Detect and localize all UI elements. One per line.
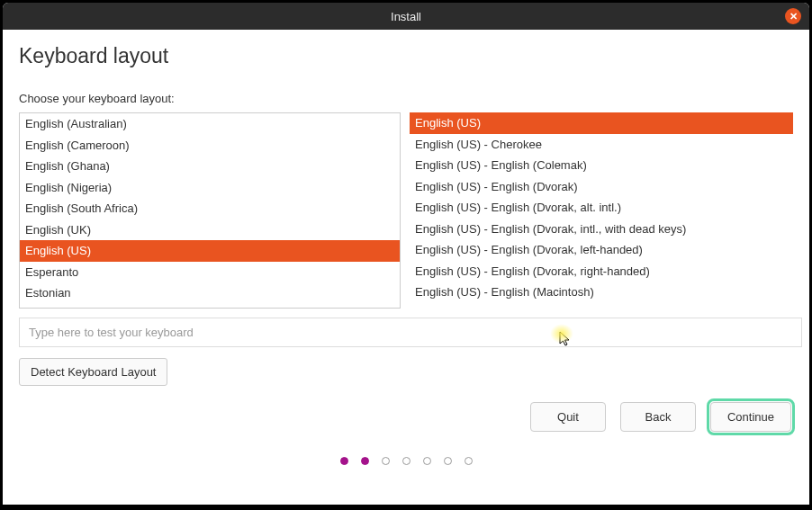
progress-dot bbox=[402, 457, 411, 465]
footer-buttons: Quit Back Continue bbox=[19, 402, 793, 432]
variant-item[interactable]: English (US) - English (Norman) bbox=[410, 303, 793, 309]
layout-item[interactable]: English (Ghana) bbox=[20, 156, 400, 177]
install-window: Install ✕ Keyboard layout Choose your ke… bbox=[3, 3, 809, 505]
window-title: Install bbox=[391, 10, 421, 23]
variant-item[interactable]: English (US) - Cherokee bbox=[410, 134, 793, 156]
layout-item[interactable]: Esperanto bbox=[20, 262, 400, 283]
continue-button[interactable]: Continue bbox=[710, 402, 791, 432]
layout-item[interactable]: English (Australian) bbox=[20, 113, 400, 135]
layout-item[interactable]: Estonian bbox=[20, 282, 400, 304]
layout-item[interactable]: Faroese bbox=[20, 304, 400, 309]
progress-dot bbox=[340, 457, 348, 465]
progress-dot bbox=[361, 457, 369, 465]
progress-indicator bbox=[19, 432, 793, 483]
close-button[interactable]: ✕ bbox=[785, 8, 801, 24]
layout-item[interactable]: English (Nigeria) bbox=[20, 177, 400, 199]
layout-item[interactable]: English (US) bbox=[20, 240, 400, 262]
titlebar: Install ✕ bbox=[3, 3, 809, 30]
variant-item[interactable]: English (US) - English (Dvorak, right-ha… bbox=[410, 261, 793, 282]
choose-layout-prompt: Choose your keyboard layout: bbox=[19, 92, 793, 105]
layout-item[interactable]: English (UK) bbox=[20, 219, 400, 241]
variant-item[interactable]: English (US) - English (Dvorak, intl., w… bbox=[410, 219, 793, 240]
progress-dot bbox=[465, 457, 473, 465]
variant-item[interactable]: English (US) - English (Dvorak) bbox=[410, 176, 793, 198]
progress-dot bbox=[423, 457, 431, 465]
variant-item[interactable]: English (US) - English (Macintosh) bbox=[410, 282, 793, 303]
quit-button[interactable]: Quit bbox=[530, 402, 606, 432]
test-keyboard-input[interactable] bbox=[19, 318, 802, 347]
layout-listbox[interactable]: English (Australian)English (Cameroon)En… bbox=[19, 112, 401, 309]
variant-item[interactable]: English (US) bbox=[410, 112, 793, 134]
layout-lists: English (Australian)English (Cameroon)En… bbox=[19, 112, 793, 309]
variant-item[interactable]: English (US) - English (Dvorak, left-han… bbox=[410, 239, 793, 261]
layout-item[interactable]: English (South Africa) bbox=[20, 198, 400, 219]
layout-item[interactable]: English (Cameroon) bbox=[20, 135, 400, 157]
variant-item[interactable]: English (US) - English (Colemak) bbox=[410, 155, 793, 176]
progress-dot bbox=[382, 457, 390, 465]
close-icon: ✕ bbox=[789, 11, 798, 22]
back-button[interactable]: Back bbox=[620, 402, 696, 432]
variant-listbox[interactable]: English (US)English (US) - CherokeeEngli… bbox=[410, 112, 793, 309]
detect-layout-button[interactable]: Detect Keyboard Layout bbox=[19, 358, 167, 386]
page-title: Keyboard layout bbox=[19, 44, 793, 68]
variant-item[interactable]: English (US) - English (Dvorak, alt. int… bbox=[410, 197, 793, 219]
content-area: Keyboard layout Choose your keyboard lay… bbox=[3, 30, 809, 505]
progress-dot bbox=[444, 457, 452, 465]
